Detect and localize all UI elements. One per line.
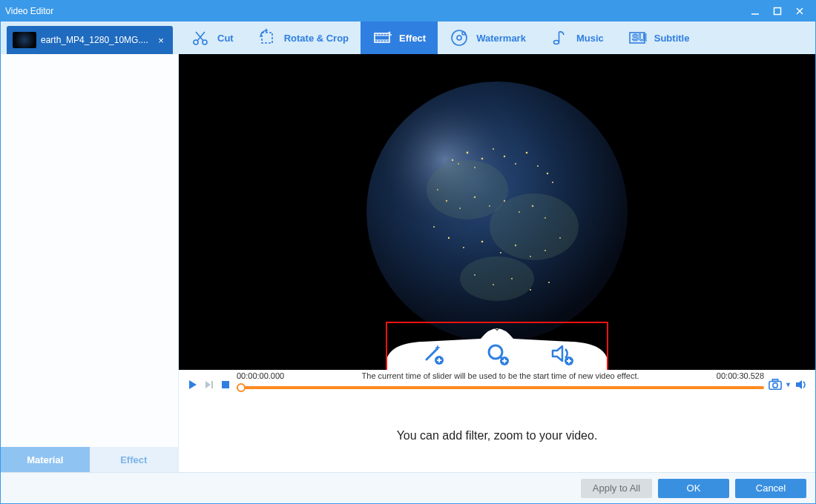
volume-button[interactable] xyxy=(794,378,808,391)
svg-point-52 xyxy=(433,226,435,228)
svg-point-38 xyxy=(515,163,516,165)
tab-music[interactable]: Music xyxy=(538,21,616,54)
cancel-button[interactable]: Cancel xyxy=(735,479,806,498)
toolbar: earth_MP4_1280_10MG.... × Cut Rotate & C… xyxy=(1,21,815,54)
content-area: ⌄ xyxy=(179,54,815,472)
tab-watermark[interactable]: Watermark xyxy=(438,21,538,54)
maximize-button[interactable] xyxy=(766,1,789,21)
tab-subtitle-label: Subtitle xyxy=(654,33,690,44)
svg-point-41 xyxy=(547,173,548,174)
svg-point-68 xyxy=(460,256,534,301)
tab-music-label: Music xyxy=(576,33,604,44)
timeline-right-controls: ▼ xyxy=(769,378,808,391)
sidetab-material[interactable]: Material xyxy=(1,447,90,472)
svg-rect-1 xyxy=(774,8,781,15)
svg-line-7 xyxy=(196,32,203,41)
sidebar: Material Effect xyxy=(1,54,179,472)
svg-point-31 xyxy=(452,159,453,161)
close-button[interactable] xyxy=(789,1,811,21)
tab-rotate-crop[interactable]: Rotate & Crop xyxy=(246,21,361,54)
minimize-button[interactable] xyxy=(744,1,766,21)
svg-text:SUB: SUB xyxy=(632,32,647,43)
sidetab-effect[interactable]: Effect xyxy=(90,447,179,472)
tab-cut[interactable]: Cut xyxy=(179,21,246,54)
title-bar: Video Editor xyxy=(1,1,815,21)
svg-point-39 xyxy=(526,152,528,154)
file-thumbnail xyxy=(13,32,36,48)
window-title: Video Editor xyxy=(5,6,744,16)
svg-rect-84 xyxy=(222,381,229,388)
ok-label: OK xyxy=(687,483,701,494)
tab-rotate-label: Rotate & Crop xyxy=(284,33,349,44)
sidetab-material-label: Material xyxy=(27,454,63,465)
svg-point-40 xyxy=(537,165,539,167)
footer: Apply to All OK Cancel xyxy=(1,472,815,503)
svg-point-21 xyxy=(390,34,391,35)
svg-rect-83 xyxy=(211,381,213,388)
scissors-icon xyxy=(191,28,210,47)
svg-rect-8 xyxy=(262,33,272,43)
preview-frame-image xyxy=(363,79,631,345)
svg-point-23 xyxy=(457,36,461,40)
watermark-icon xyxy=(450,28,469,47)
lower-hint-text: You can add filter, zoom to your video. xyxy=(397,429,598,442)
timeline-playhead[interactable] xyxy=(237,383,246,392)
svg-point-37 xyxy=(504,156,505,157)
svg-point-65 xyxy=(548,282,550,283)
timeline-track[interactable] xyxy=(237,386,764,389)
subtitle-icon: SUB xyxy=(628,28,647,47)
sidebar-tabs: Material Effect xyxy=(1,447,178,472)
svg-point-35 xyxy=(481,158,484,160)
svg-point-42 xyxy=(552,182,553,183)
play-button[interactable] xyxy=(186,378,200,391)
tab-watermark-label: Watermark xyxy=(476,33,526,44)
svg-point-86 xyxy=(773,383,777,388)
sidetab-effect-label: Effect xyxy=(120,454,147,465)
svg-rect-9 xyxy=(375,33,389,42)
playback-controls xyxy=(186,378,232,391)
snapshot-dropdown-icon[interactable]: ▼ xyxy=(785,381,792,388)
music-note-icon xyxy=(550,28,569,47)
time-total: 00:00:30.528 xyxy=(717,371,764,380)
apply-to-all-label: Apply to All xyxy=(593,483,640,494)
tab-cut-label: Cut xyxy=(217,33,234,44)
video-preview: ⌄ xyxy=(179,54,815,370)
timeline-hint: The current time of slider will be used … xyxy=(362,371,639,380)
svg-point-20 xyxy=(389,32,390,33)
svg-point-67 xyxy=(490,193,579,260)
step-button[interactable] xyxy=(203,378,216,391)
svg-point-64 xyxy=(530,289,531,291)
file-tab[interactable]: earth_MP4_1280_10MG.... × xyxy=(7,26,173,54)
svg-point-56 xyxy=(500,252,501,253)
file-close-icon[interactable]: × xyxy=(155,35,167,46)
svg-marker-82 xyxy=(205,381,211,388)
file-tab-area: earth_MP4_1280_10MG.... × xyxy=(1,21,179,54)
crop-rotate-icon xyxy=(257,28,277,47)
svg-point-33 xyxy=(467,152,469,154)
stop-button[interactable] xyxy=(219,378,232,391)
svg-line-6 xyxy=(197,32,205,41)
tab-subtitle[interactable]: SUB Subtitle xyxy=(616,21,702,54)
cancel-label: Cancel xyxy=(756,483,786,494)
svg-point-36 xyxy=(493,148,494,150)
svg-marker-81 xyxy=(189,380,197,389)
time-current: 00:00:00.000 xyxy=(237,371,284,380)
timeline: 00:00:00.000 The current time of slider … xyxy=(179,370,815,399)
main-tabs: Cut Rotate & Crop Effect Watermark xyxy=(179,21,815,54)
svg-point-25 xyxy=(553,41,559,44)
snapshot-button[interactable] xyxy=(769,378,782,391)
svg-rect-87 xyxy=(772,379,777,382)
timeline-track-area: 00:00:00.000 The current time of slider … xyxy=(237,370,764,399)
apply-to-all-button[interactable]: Apply to All xyxy=(581,479,652,498)
svg-point-53 xyxy=(448,237,450,239)
svg-point-24 xyxy=(462,32,465,35)
svg-point-55 xyxy=(481,241,484,243)
filmstrip-icon xyxy=(372,28,392,47)
file-name: earth_MP4_1280_10MG.... xyxy=(41,35,155,45)
ok-button[interactable]: OK xyxy=(658,479,729,498)
body: Material Effect xyxy=(1,54,815,472)
svg-point-54 xyxy=(463,247,464,248)
tab-effect[interactable]: Effect xyxy=(361,21,438,54)
sidebar-content xyxy=(1,54,178,447)
tab-effect-label: Effect xyxy=(399,33,426,44)
